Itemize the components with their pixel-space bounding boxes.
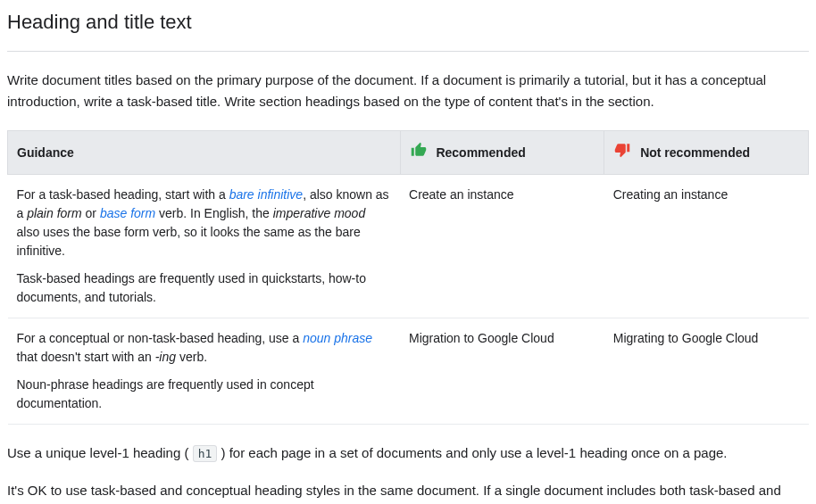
intro-paragraph: Write document titles based on the prima… — [7, 70, 809, 112]
th-recommended-label: Recommended — [436, 145, 525, 160]
paragraph-mixed: It's OK to use task-based and conceptual… — [7, 480, 809, 504]
h1-code: h1 — [193, 445, 218, 462]
table-row: For a task-based heading, start with a b… — [8, 175, 809, 318]
cell-recommended: Create an instance — [400, 175, 604, 318]
cell-guidance: For a task-based heading, start with a b… — [8, 175, 401, 318]
noun-phrase-link[interactable]: noun phrase — [303, 331, 372, 345]
cell-not-recommended: Migrating to Google Cloud — [604, 318, 809, 425]
guidance-table: Guidance Recommended Not recommended For… — [7, 130, 809, 425]
thumbs-up-icon — [410, 142, 428, 163]
base-form-link[interactable]: base form — [100, 206, 155, 220]
cell-guidance: For a conceptual or non-task-based headi… — [8, 318, 401, 425]
th-guidance: Guidance — [8, 131, 401, 175]
cell-recommended: Migration to Google Cloud — [400, 318, 604, 425]
paragraph-h1: Use a unique level-1 heading ( h1 ) for … — [7, 442, 809, 464]
th-recommended: Recommended — [400, 131, 604, 175]
cell-not-recommended: Creating an instance — [604, 175, 809, 318]
table-row: For a conceptual or non-task-based headi… — [8, 318, 809, 425]
bare-infinitive-link[interactable]: bare infinitive — [229, 187, 304, 202]
th-not-recommended: Not recommended — [604, 131, 809, 175]
th-not-recommended-label: Not recommended — [640, 145, 750, 160]
th-guidance-label: Guidance — [17, 145, 74, 160]
thumbs-down-icon — [613, 142, 631, 163]
page-title: Heading and title text — [7, 0, 809, 52]
